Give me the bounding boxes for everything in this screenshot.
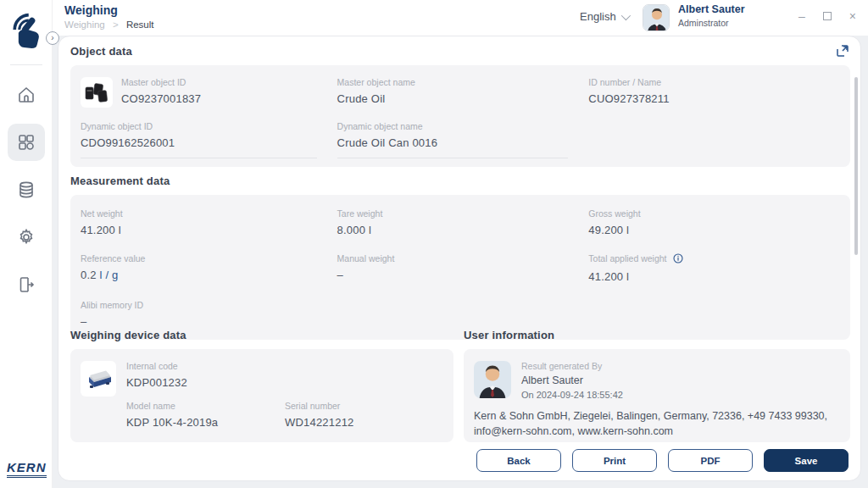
generated-by-label: Result generated By — [521, 361, 623, 371]
sidebar-divider — [10, 64, 42, 65]
window-minimize-button[interactable]: – — [798, 8, 805, 24]
generated-on-date: On 2024-09-24 18:55:42 — [521, 390, 623, 400]
field-label: Manual weight — [337, 253, 589, 263]
home-icon — [16, 85, 36, 105]
field-value: – — [337, 269, 589, 281]
kern-brand-logo: KERN — [7, 460, 47, 478]
field-label: Tare weight — [337, 208, 589, 219]
header-user-name: Albert Sauter — [678, 3, 745, 15]
main-background: Object data Maste — [53, 36, 868, 488]
field-value: WD14221212 — [285, 416, 443, 429]
device-thumbnail — [81, 361, 116, 396]
field-value: 49.200 l — [588, 224, 840, 236]
company-info: Kern & Sohn GmbH, Ziegelei, Balingen, Ge… — [474, 408, 840, 439]
user-avatar[interactable] — [643, 4, 670, 31]
field-label: Serial number — [285, 401, 443, 411]
settings-gear-icon — [16, 227, 36, 247]
weighing-device-heading: Weighing device data — [70, 329, 453, 341]
field-label: Reference value — [81, 253, 337, 263]
field-value: 41.200 l — [81, 224, 337, 236]
field-value: CO9237001837 — [121, 92, 201, 105]
field-label: Internal code — [126, 361, 285, 371]
window-maximize-button[interactable] — [823, 12, 832, 20]
field-value: Crude Oil — [337, 92, 589, 105]
sidebar-item-database[interactable] — [8, 171, 45, 208]
info-icon[interactable] — [673, 253, 683, 265]
field-value: 8.000 l — [337, 224, 589, 236]
id-number-name-field: ID number / Name CUO927378211 — [588, 77, 840, 108]
gross-weight-field: Gross weight 49.200 l — [588, 208, 840, 236]
field-label: Total applied weight — [588, 253, 840, 265]
avatar-photo — [474, 361, 511, 398]
sidebar-item-logout[interactable] — [8, 266, 45, 303]
field-value: – — [81, 315, 337, 328]
logout-icon — [16, 274, 36, 295]
dynamic-object-name-field[interactable]: Dynamic object name Crude Oil Can 0016 — [337, 121, 569, 158]
dynamic-object-id-field[interactable]: Dynamic object ID CDO99162526001 — [81, 121, 317, 158]
app-logo — [0, 3, 53, 56]
field-value: KDP 10K-4-2019a — [126, 416, 285, 429]
master-object-name-field: Master object name Crude Oil — [337, 77, 589, 108]
user-information-section: User information — [464, 329, 850, 442]
field-label: Net weight — [81, 208, 337, 219]
object-thumbnail — [81, 77, 113, 108]
field-value: 41.200 l — [588, 270, 840, 283]
breadcrumb-parent[interactable]: Weighing — [64, 19, 105, 30]
sidebar-item-apps[interactable] — [8, 124, 45, 161]
field-value: KDP001232 — [126, 376, 285, 389]
weighing-device-card: Internal code KDP001232 Model name KDP 1… — [70, 349, 453, 442]
field-value: CUO927378211 — [588, 92, 840, 105]
field-value: 0.2 l / g — [81, 269, 337, 281]
avatar-photo — [643, 5, 670, 31]
breadcrumb-current: Result — [126, 19, 154, 30]
back-button[interactable]: Back — [476, 449, 561, 472]
database-icon — [16, 180, 36, 200]
alibi-memory-id-field: Alibi memory ID – — [81, 300, 337, 328]
sidebar-item-home[interactable] — [8, 76, 45, 114]
master-object-id-field: Master object ID CO9237001837 — [81, 77, 337, 108]
measurement-data-heading: Measurement data — [70, 175, 850, 187]
sidebar: KERN — [0, 0, 53, 488]
field-label: Alibi memory ID — [81, 300, 337, 310]
apps-grid-icon — [16, 132, 36, 152]
field-label: Master object ID — [121, 77, 201, 87]
window-close-button[interactable]: × — [849, 8, 856, 24]
breadcrumb: Weighing > Result — [64, 19, 153, 30]
internal-code-field: Internal code KDP001232 — [126, 361, 285, 389]
chevron-down-icon — [620, 10, 630, 19]
object-data-card: Master object ID CO9237001837 Master obj… — [70, 65, 850, 167]
scrollbar-thumb[interactable] — [854, 77, 858, 255]
language-label: English — [580, 10, 616, 23]
weighing-device-section: Weighing device data — [70, 329, 453, 442]
net-weight-field: Net weight 41.200 l — [81, 208, 337, 236]
serial-number-field: Serial number WD14221212 — [285, 401, 443, 429]
pdf-button[interactable]: PDF — [668, 449, 753, 472]
field-label: Master object name — [337, 77, 589, 87]
field-label: Model name — [126, 401, 285, 411]
save-button[interactable]: Save — [764, 449, 849, 472]
measurement-data-section: Measurement data Net weight 41.200 l Tar… — [70, 175, 850, 340]
print-button[interactable]: Print — [572, 449, 657, 472]
window-controls: – × — [798, 8, 856, 24]
total-applied-weight-field: Total applied weight 41.200 l — [588, 253, 840, 283]
model-name-field: Model name KDP 10K-4-2019a — [126, 401, 285, 429]
footer-actions: Back Print PDF Save — [476, 449, 849, 472]
header: Weighing Weighing > Result English Alber… — [53, 0, 868, 36]
scale-device-icon — [84, 366, 113, 391]
field-value: CDO99162526001 — [81, 136, 317, 149]
reference-value-field: Reference value 0.2 l / g — [81, 253, 337, 283]
manual-weight-field: Manual weight – — [337, 253, 589, 283]
bottom-sections: Weighing device data — [70, 329, 850, 442]
sidebar-expand-button[interactable]: › — [46, 31, 59, 45]
object-data-section: Object data Maste — [70, 45, 850, 167]
header-user-role: Adminstrator — [678, 18, 745, 28]
sidebar-item-settings[interactable] — [8, 219, 45, 256]
field-label: Gross weight — [588, 208, 840, 219]
language-selector[interactable]: English — [580, 10, 628, 23]
reference-unit: l / g — [99, 269, 118, 281]
oil-barrels-icon — [84, 80, 109, 104]
user-info-block[interactable]: Albert Sauter Adminstrator — [678, 3, 745, 28]
user-information-heading: User information — [464, 329, 850, 341]
breadcrumb-separator: > — [113, 19, 119, 30]
result-panel: Object data Maste — [58, 36, 861, 481]
